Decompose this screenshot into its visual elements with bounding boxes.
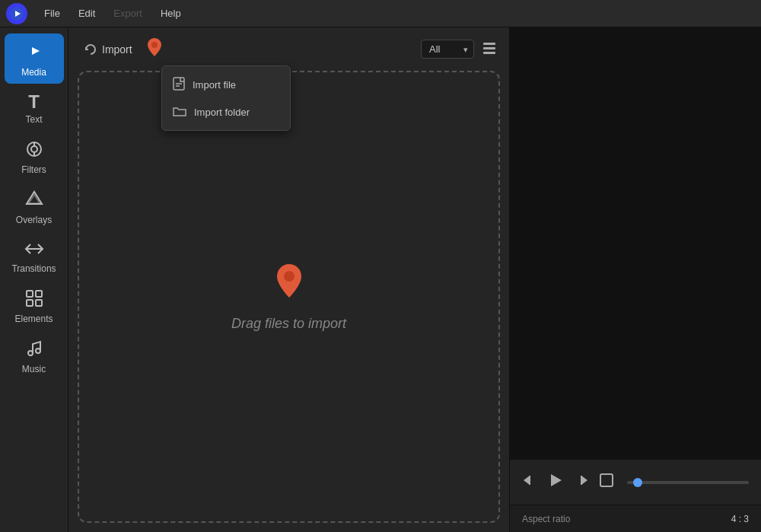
svg-point-17 — [151, 42, 158, 48]
menu-file[interactable]: File — [37, 5, 68, 22]
svg-rect-13 — [27, 300, 33, 306]
svg-marker-8 — [27, 192, 42, 204]
elements-icon — [25, 289, 43, 311]
import-folder-item[interactable]: Import folder — [162, 99, 290, 126]
filter-dropdown[interactable]: All Video Photo Audio — [421, 40, 474, 59]
music-icon — [25, 339, 43, 361]
import-dropdown-menu: Import file Import folder — [161, 65, 291, 131]
sidebar-item-text[interactable]: T Text — [5, 85, 64, 131]
header-pin-icon — [146, 37, 163, 62]
svg-rect-18 — [483, 43, 495, 45]
filters-icon — [25, 140, 43, 161]
overlays-icon — [25, 190, 43, 212]
progress-thumb[interactable] — [633, 478, 642, 487]
preview-area — [510, 27, 761, 459]
fast-forward-button[interactable] — [574, 473, 589, 492]
preview-controls — [510, 459, 761, 505]
svg-marker-27 — [551, 474, 562, 486]
progress-bar[interactable] — [627, 481, 749, 484]
sidebar-item-filters-label: Filters — [21, 164, 46, 175]
sidebar-item-filters[interactable]: Filters — [5, 132, 64, 181]
sidebar-item-music[interactable]: Music — [5, 332, 64, 381]
sidebar-item-transitions[interactable]: Transitions — [5, 233, 64, 280]
filter-controls: All Video Photo Audio — [421, 37, 500, 62]
file-icon — [173, 77, 185, 93]
preview-panel: Aspect ratio 4 : 3 — [510, 27, 761, 532]
controls-bottom: Aspect ratio 4 : 3 — [510, 505, 761, 532]
panel-header: Import All Video Photo Audio — [78, 37, 500, 62]
sidebar-item-elements-label: Elements — [14, 314, 53, 324]
sidebar-item-media[interactable]: Media — [5, 33, 64, 84]
import-folder-label: Import folder — [194, 107, 250, 118]
svg-rect-14 — [36, 300, 42, 306]
menu-help[interactable]: Help — [153, 5, 189, 22]
main-layout: Media T Text Filters — [0, 27, 761, 532]
app-logo — [6, 3, 27, 24]
svg-point-21 — [284, 271, 295, 282]
rewind-button[interactable] — [522, 473, 537, 492]
aspect-ratio-label: Aspect ratio — [522, 514, 570, 524]
sidebar-item-overlays-label: Overlays — [16, 215, 52, 225]
sidebar-item-transitions-label: Transitions — [11, 263, 56, 274]
media-icon — [24, 41, 44, 64]
svg-rect-30 — [600, 474, 613, 486]
filter-select-wrapper: All Video Photo Audio — [421, 40, 474, 59]
import-file-label: Import file — [193, 79, 236, 91]
text-icon: T — [28, 93, 40, 111]
svg-marker-25 — [524, 476, 530, 485]
svg-rect-12 — [36, 291, 42, 297]
sidebar-item-music-label: Music — [22, 364, 46, 374]
fullscreen-button[interactable] — [600, 473, 613, 491]
import-file-item[interactable]: Import file — [162, 71, 290, 99]
drop-zone[interactable]: Drag files to import — [78, 71, 500, 523]
media-panel: Import All Video Photo Audio — [68, 27, 510, 532]
folder-icon — [173, 105, 186, 119]
list-view-icon[interactable] — [479, 37, 500, 62]
aspect-ratio-value: 4 : 3 — [731, 514, 749, 524]
svg-marker-28 — [581, 476, 587, 485]
play-button[interactable] — [548, 473, 563, 492]
svg-rect-11 — [27, 291, 33, 297]
drop-pin-icon — [275, 263, 304, 305]
menu-edit[interactable]: Edit — [71, 5, 103, 22]
sidebar-item-elements[interactable]: Elements — [5, 282, 64, 330]
sidebar: Media T Text Filters — [0, 27, 68, 532]
drop-zone-text: Drag files to import — [231, 316, 346, 332]
svg-rect-20 — [483, 52, 495, 54]
sidebar-item-text-label: Text — [25, 114, 42, 125]
import-button[interactable]: Import — [78, 40, 139, 59]
menu-export: Export — [106, 5, 150, 22]
sidebar-item-overlays[interactable]: Overlays — [5, 183, 64, 231]
import-label: Import — [102, 43, 132, 56]
svg-point-5 — [31, 146, 37, 152]
sidebar-item-media-label: Media — [21, 67, 46, 78]
svg-rect-19 — [483, 47, 495, 49]
import-rotate-icon — [84, 43, 97, 56]
menubar: File Edit Export Help — [0, 0, 761, 27]
transitions-icon — [24, 241, 44, 260]
